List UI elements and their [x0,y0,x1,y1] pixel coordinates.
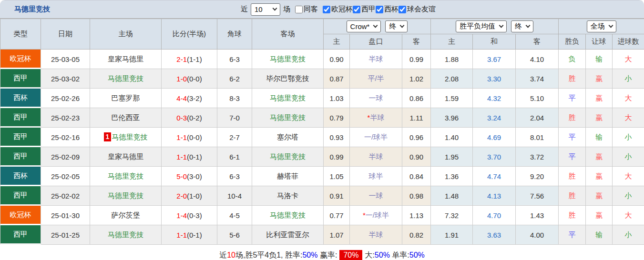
corners: 6-1 [217,147,252,167]
same-opponent-label[interactable]: 同客 [304,5,318,14]
odds-away: 0.86 [402,89,431,108]
home-team: 巴塞罗那 [90,89,162,108]
odds-home: 1.07 [324,225,350,245]
recent-count-select[interactable]: 10 [251,3,280,16]
corners: 6-3 [217,50,252,69]
result-group-header: 全场 [559,19,644,34]
league-filter[interactable]: 西甲 [353,5,376,14]
result-handicap: 赢 [586,206,613,225]
avg-lose: 2.04 [516,108,559,128]
odds-stage-select[interactable]: 终 [385,20,408,32]
avg-draw: 4.32 [473,89,516,108]
odds-home: 0.93 [324,128,350,147]
avg-draw: 4.13 [473,186,516,206]
odds-home: 0.79 [324,108,350,128]
odds-provider-select[interactable]: Crow* [347,20,381,32]
home-team: 马德里竞技 [90,225,162,245]
home-team: 1马德里竞技 [90,128,162,147]
col-header-home: 主场 [90,19,162,50]
result-wdl: 平 [559,225,586,245]
match-row: 西甲25-01-25马德里竞技1-1(0-1)5-6比利亚雷亚尔1.07半球0.… [0,225,644,245]
type-cell: 欧冠杯 [0,206,41,225]
result-goals: 大 [613,108,644,128]
type-badge: 西杯 [0,167,41,185]
odds-home: 0.91 [324,186,350,206]
topbar: 马德里竞技 近 10 场 同客 欧冠杯西甲西杯球会友谊 [0,0,644,19]
wdl-provider-select[interactable]: 胜平负均值 [456,20,507,32]
avg-draw: 4.69 [473,128,516,147]
type-badge: 欧冠杯 [0,50,41,68]
result-wdl: 负 [559,50,586,69]
home-team: 马德里竞技 [90,167,162,186]
corners: 5-6 [217,225,252,245]
match-date: 25-02-23 [41,108,90,128]
handicap: *一/球半 [350,206,402,225]
league-filters: 欧冠杯西甲西杯球会友谊 [323,5,436,14]
result-wdl: 平 [559,128,586,147]
result-goals: 大 [613,89,644,108]
result-handicap: 赢 [586,89,613,108]
avg-win: 1.48 [431,186,473,206]
odds-home: 1.03 [324,89,350,108]
sub-header-let: 让球 [586,34,613,50]
corners: 8-3 [217,89,252,108]
chevron-down-icon [400,23,405,28]
scope-select[interactable]: 全场 [587,20,616,32]
match-date: 25-02-09 [41,147,90,167]
odds-rate-label: 赢率: [317,250,337,260]
league-checkbox[interactable] [399,6,406,13]
summary-record: 场,胜5平4负1, 胜率: [235,250,302,260]
odds-away: 0.82 [402,225,431,245]
result-goals: 大 [613,206,644,225]
topbar-controls: 近 10 场 同客 欧冠杯西甲西杯球会友谊 [241,3,436,16]
result-handicap: 赢 [586,147,613,167]
avg-win: 1.88 [431,50,473,69]
same-opponent-checkbox[interactable] [295,6,303,13]
chevron-down-icon [499,23,504,28]
col-header-away: 客场 [252,19,324,50]
handicap: 半球 [350,50,402,69]
summary-footer: 近10场,胜5平4负1, 胜率:50% 赢率:70%大:50% 单率:50% [0,245,644,260]
avg-lose: 1.43 [516,206,559,225]
avg-lose: 9.20 [516,167,559,186]
type-cell: 西杯 [0,89,41,108]
result-handicap: 输 [586,225,613,245]
league-checkbox[interactable] [353,6,360,13]
league-filter[interactable]: 西杯 [376,5,399,14]
wdl-stage-select[interactable]: 终 [511,20,533,32]
result-wdl: 胜 [559,206,586,225]
type-cell: 西甲 [0,225,41,245]
win-rate-value: 50% [302,251,317,260]
single-rate-label: 单率: [390,250,409,260]
summary-prefix: 近 [219,250,227,260]
type-cell: 西甲 [0,128,41,147]
type-badge: 西甲 [0,225,41,243]
score: 1-1(0-1) [162,147,217,167]
away-team: 马洛卡 [252,186,324,206]
odds-away: 0.90 [402,147,431,167]
odds-away: 1.11 [402,108,431,128]
avg-win: 2.08 [431,69,473,89]
match-row: 西甲25-02-161马德里竞技1-1(0-0)2-7塞尔塔0.93一/球半0.… [0,128,644,147]
handicap: 半球 [350,147,402,167]
handicap: 一球 [350,186,402,206]
league-filter[interactable]: 球会友谊 [399,5,436,14]
score: 2-0(1-0) [162,186,217,206]
matches-table: 类型 日期 主场 比分(半场) 角球 客场 Crow* 终 [0,19,644,245]
avg-win: 3.96 [431,108,473,128]
avg-lose: 3.72 [516,147,559,167]
chevron-down-icon [608,23,613,28]
result-goals: 大 [613,167,644,186]
result-goals: 小 [613,186,644,206]
type-cell: 西甲 [0,147,41,167]
type-cell: 欧冠杯 [0,50,41,69]
avg-win: 1.91 [431,225,473,245]
league-checkbox[interactable] [376,6,383,13]
big-rate-label: 大: [365,250,374,260]
league-checkbox[interactable] [323,6,330,13]
league-filter[interactable]: 欧冠杯 [323,5,353,14]
type-badge: 西甲 [0,186,41,204]
avg-draw: 3.30 [473,69,516,89]
corners: 10-4 [217,186,252,206]
home-team: 马德里竞技 [90,186,162,206]
